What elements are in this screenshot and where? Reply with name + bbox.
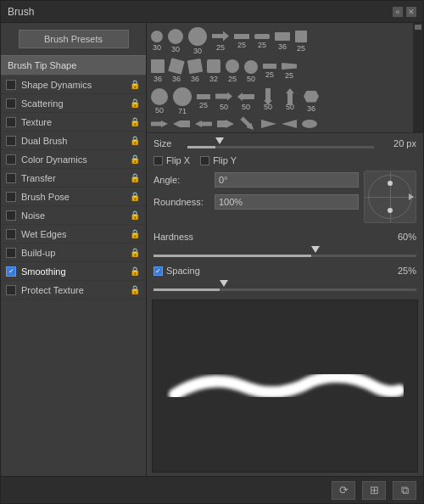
size-value: 20 px	[374, 138, 416, 148]
brush-presets-button[interactable]: Brush Presets	[19, 30, 129, 48]
label-shape-dynamics: Shape Dynamics	[21, 80, 131, 90]
size-slider[interactable]	[187, 137, 374, 150]
preset-item[interactable]: 50	[237, 92, 255, 112]
preset-item[interactable]: 36	[303, 90, 320, 114]
option-protect-texture[interactable]: Protect Texture 🔒	[1, 281, 146, 300]
dial-dot-top	[388, 181, 393, 186]
preset-item[interactable]: 50	[215, 92, 233, 112]
option-smoothing[interactable]: Smoothing 🔒	[1, 262, 146, 281]
double-arrow-btn[interactable]: «	[393, 7, 403, 17]
option-shape-dynamics[interactable]: Shape Dynamics 🔒	[1, 76, 146, 94]
size-thumb[interactable]	[215, 137, 224, 144]
preset-item[interactable]: 50	[150, 87, 169, 115]
option-dual-brush[interactable]: Dual Brush 🔒	[1, 132, 146, 150]
hardness-slider[interactable]	[153, 245, 416, 259]
checkbox-texture[interactable]	[6, 117, 16, 127]
preset-item[interactable]: 25	[254, 33, 271, 50]
spacing-thumb[interactable]	[220, 280, 228, 287]
option-texture[interactable]: Texture 🔒	[1, 113, 146, 132]
checkbox-noise[interactable]	[6, 210, 16, 221]
roundness-input[interactable]	[215, 194, 359, 210]
preset-item[interactable]	[150, 120, 169, 128]
checkbox-scattering[interactable]	[6, 98, 16, 109]
preset-item[interactable]: 50	[243, 59, 259, 84]
option-noise[interactable]: Noise 🔒	[1, 206, 146, 225]
angle-dial[interactable]	[364, 171, 416, 223]
recycle-button[interactable]: ⟳	[332, 481, 355, 500]
option-buildup[interactable]: Build-up 🔒	[1, 244, 146, 262]
spacing-checkbox[interactable]	[153, 266, 163, 276]
checkbox-shape-dynamics[interactable]	[6, 80, 16, 90]
option-color-dynamics[interactable]: Color Dynamics 🔒	[1, 150, 146, 169]
preset-item[interactable]: 25	[196, 93, 211, 110]
checkbox-transfer[interactable]	[6, 173, 16, 183]
angle-roundness-area: Angle: Roundness:	[147, 169, 423, 225]
bottom-toolbar: ⟳ ⊞ ⧉	[1, 476, 423, 503]
export-button[interactable]: ⧉	[393, 481, 416, 500]
brush-tip-shape-button[interactable]: Brush Tip Shape	[1, 55, 146, 76]
label-smoothing: Smoothing	[21, 266, 131, 277]
preset-item[interactable]: 50	[259, 92, 277, 112]
preset-item[interactable]: 71	[172, 87, 192, 116]
close-btn[interactable]: ✕	[406, 7, 416, 17]
preset-item[interactable]: 36	[169, 59, 184, 84]
preset-item[interactable]	[260, 119, 277, 129]
angle-label: Angle:	[153, 175, 215, 185]
title-bar: Brush « ✕	[1, 1, 423, 23]
flip-x-checkbox[interactable]	[153, 156, 163, 165]
presets-row-2: 36 36 36 32	[148, 58, 411, 85]
preset-item[interactable]: 30	[187, 26, 208, 56]
option-transfer[interactable]: Transfer 🔒	[1, 169, 146, 188]
preset-item[interactable]: 25	[294, 30, 308, 53]
preset-item[interactable]: 36	[150, 59, 165, 84]
grid-button[interactable]: ⊞	[362, 481, 386, 500]
checkbox-buildup[interactable]	[6, 248, 16, 258]
size-label: Size	[153, 138, 187, 148]
angle-input[interactable]	[215, 172, 359, 188]
preset-item[interactable]: 30	[150, 30, 164, 53]
checkbox-dual-brush[interactable]	[6, 136, 16, 146]
spacing-fill	[153, 288, 220, 291]
angle-roundness-fields: Angle: Roundness:	[153, 171, 359, 223]
preset-item[interactable]: 25	[225, 59, 240, 84]
hardness-fill	[153, 255, 311, 257]
lock-shape-dynamics: 🔒	[131, 80, 139, 90]
checkbox-smoothing[interactable]	[6, 266, 16, 277]
preset-item[interactable]	[281, 119, 298, 129]
preset-item[interactable]: 25	[281, 62, 298, 81]
checkbox-brush-pose[interactable]	[6, 192, 16, 202]
preset-item[interactable]	[172, 120, 191, 128]
preset-item[interactable]	[194, 120, 213, 128]
preset-item[interactable]: 36	[274, 31, 291, 52]
preset-item[interactable]	[216, 119, 235, 129]
option-wet-edges[interactable]: Wet Edges 🔒	[1, 225, 146, 244]
lock-transfer: 🔒	[131, 173, 139, 183]
brush-preview	[152, 300, 418, 473]
lock-wet-edges: 🔒	[131, 229, 139, 239]
preset-item[interactable]: 50	[281, 92, 299, 112]
lock-brush-pose: 🔒	[131, 192, 139, 202]
scroll-thumb[interactable]	[415, 25, 421, 30]
checkbox-wet-edges[interactable]	[6, 229, 16, 239]
hardness-thumb[interactable]	[311, 246, 320, 253]
checkbox-protect-texture[interactable]	[6, 285, 16, 295]
recycle-icon: ⟳	[339, 484, 349, 496]
checkbox-color-dynamics[interactable]	[6, 154, 16, 165]
lock-noise: 🔒	[131, 210, 139, 221]
main-content: Brush Presets Brush Tip Shape Shape Dyna…	[1, 23, 423, 476]
preset-item[interactable]: 25	[233, 33, 250, 50]
preset-item[interactable]: 30	[167, 28, 184, 54]
preset-item[interactable]: 36	[187, 59, 203, 84]
preset-item[interactable]: 25	[211, 31, 230, 53]
flip-y-checkbox[interactable]	[200, 156, 209, 165]
spacing-slider[interactable]	[153, 279, 416, 293]
spacing-row: Spacing 25%	[147, 262, 423, 279]
preset-item[interactable]	[301, 119, 318, 129]
preset-item[interactable]: 25	[262, 63, 277, 80]
label-noise: Noise	[21, 210, 131, 221]
scroll-bar[interactable]	[413, 23, 423, 132]
preset-item[interactable]: 32	[206, 59, 221, 84]
option-scattering[interactable]: Scattering 🔒	[1, 94, 146, 113]
option-brush-pose[interactable]: Brush Pose 🔒	[1, 188, 146, 206]
preset-item[interactable]	[238, 120, 257, 128]
